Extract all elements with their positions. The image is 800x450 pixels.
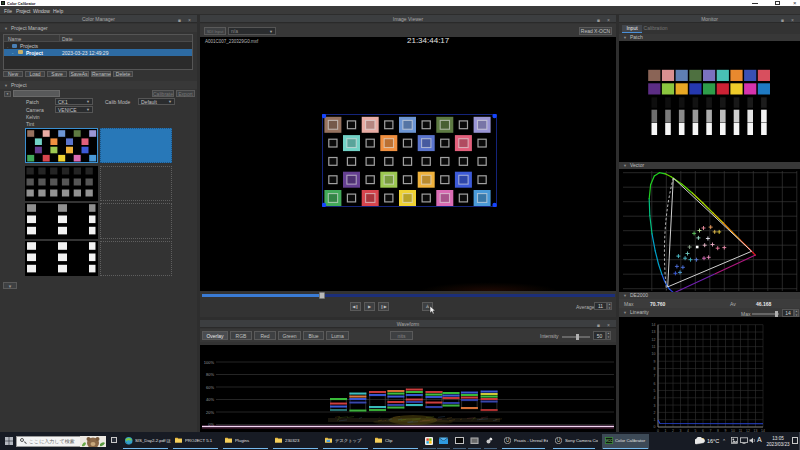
svg-text:80%: 80%	[206, 372, 214, 377]
svg-text:4: 4	[654, 396, 656, 400]
svg-text:11: 11	[652, 345, 656, 349]
svg-text:U: U	[557, 438, 560, 443]
svg-text:20%: 20%	[206, 410, 214, 415]
svg-text:60%: 60%	[206, 385, 214, 390]
svg-text:12: 12	[652, 338, 656, 342]
svg-text:10: 10	[652, 352, 656, 356]
svg-text:0: 0	[654, 425, 656, 429]
svg-text:U: U	[506, 438, 509, 443]
svg-text:13: 13	[652, 330, 656, 334]
svg-text:40%: 40%	[206, 397, 214, 402]
svg-text:8: 8	[654, 367, 656, 371]
svg-text:1: 1	[654, 418, 656, 422]
svg-text:VCC: VCC	[606, 439, 613, 443]
svg-text:6: 6	[654, 382, 656, 386]
svg-text:2: 2	[654, 411, 656, 415]
svg-text:5: 5	[654, 389, 656, 393]
svg-text:14: 14	[652, 323, 656, 327]
svg-text:100%: 100%	[204, 360, 215, 365]
svg-text:9: 9	[654, 360, 656, 364]
svg-text:7: 7	[654, 374, 656, 378]
svg-text:3: 3	[654, 404, 656, 408]
